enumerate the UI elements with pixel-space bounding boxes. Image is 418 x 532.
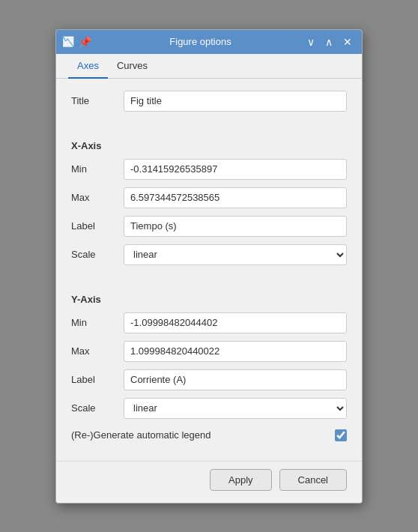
titlebar-left-icons: 📉 📌 [62,36,91,48]
cancel-button[interactable]: Cancel [279,469,347,491]
titlebar: 📉 📌 Figure options ∨ ∧ ✕ [56,30,362,54]
legend-label: (Re-)Generate automatic legend [71,429,335,441]
xaxis-heading: X-Axis [71,140,347,151]
figure-options-window: 📉 📌 Figure options ∨ ∧ ✕ Axes Curves Tit… [55,29,363,504]
xaxis-scale-select[interactable]: linear log [124,244,347,265]
title-label: Title [71,95,124,106]
form-area: Title X-Axis Min Max Label Scale linear … [56,79,362,461]
xaxis-max-row: Max [71,187,347,208]
yaxis-max-input[interactable] [124,341,347,362]
window-title: Figure options [97,36,303,47]
xaxis-label-row: Label [71,216,347,237]
chart-icon: 📉 [62,36,74,48]
yaxis-max-row: Max [71,341,347,362]
legend-checkbox[interactable] [335,429,347,441]
xaxis-min-input[interactable] [124,159,347,180]
legend-row: (Re-)Generate automatic legend [71,429,347,441]
yaxis-label-label: Label [71,374,124,385]
yaxis-label-input[interactable] [124,369,347,390]
xaxis-scale-label: Scale [71,249,124,260]
titlebar-right-icons: ∨ ∧ ✕ [303,35,356,49]
yaxis-min-input[interactable] [124,312,347,333]
collapse-button[interactable]: ∨ [303,35,318,49]
minimize-button[interactable]: ∧ [321,35,336,49]
yaxis-heading: Y-Axis [71,294,347,305]
xaxis-scale-row: Scale linear log [71,244,347,265]
yaxis-max-label: Max [71,345,124,357]
xaxis-max-label: Max [71,192,124,203]
xaxis-min-label: Min [71,163,124,175]
yaxis-min-label: Min [71,317,124,328]
xaxis-max-input[interactable] [124,187,347,208]
yaxis-separator [71,273,347,285]
button-row: Apply Cancel [56,461,362,503]
yaxis-label-row: Label [71,369,347,390]
tab-curves[interactable]: Curves [108,54,157,79]
yaxis-scale-select[interactable]: linear log [124,398,347,419]
xaxis-label-label: Label [71,220,124,232]
apply-button[interactable]: Apply [210,469,272,491]
tab-bar: Axes Curves [56,54,362,79]
yaxis-min-row: Min [71,312,347,333]
xaxis-separator [71,119,347,131]
pin-icon: 📌 [79,36,91,48]
yaxis-scale-row: Scale linear log [71,398,347,419]
yaxis-scale-label: Scale [71,402,124,414]
title-row: Title [71,91,347,112]
tab-axes[interactable]: Axes [68,54,108,79]
xaxis-min-row: Min [71,159,347,180]
close-button[interactable]: ✕ [339,35,356,49]
xaxis-label-input[interactable] [124,216,347,237]
title-input[interactable] [124,91,347,112]
